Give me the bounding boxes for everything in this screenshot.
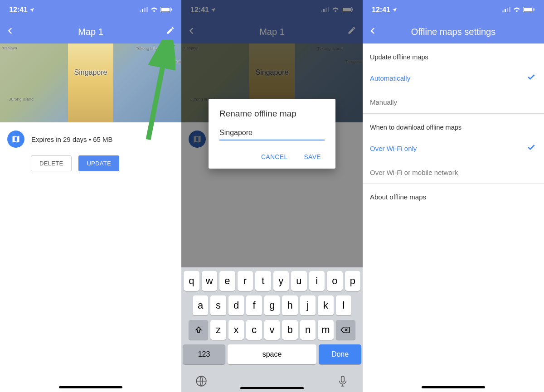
key-m[interactable]: m	[318, 320, 334, 340]
key-t[interactable]: t	[255, 271, 271, 291]
svg-rect-5	[161, 8, 170, 11]
rename-input[interactable]	[219, 127, 325, 140]
backspace-key[interactable]	[336, 320, 355, 340]
key-f[interactable]: f	[246, 295, 262, 315]
key-n[interactable]: n	[300, 320, 316, 340]
option-label: Over Wi-Fi only	[370, 145, 417, 152]
key-l[interactable]: l	[336, 295, 352, 315]
svg-rect-24	[524, 8, 532, 11]
key-g[interactable]: g	[264, 295, 280, 315]
map-meta-row: Expires in 29 days • 65 MB	[0, 122, 181, 153]
key-a[interactable]: a	[193, 295, 209, 315]
svg-rect-6	[171, 9, 172, 11]
offline-map-icon	[7, 131, 24, 148]
map-place-label: Pengerang	[165, 59, 181, 64]
map-preview[interactable]: Singapore Tekong Island 'usajaya Pengera…	[0, 44, 181, 122]
signal-icon	[140, 6, 148, 14]
space-key[interactable]: space	[228, 344, 316, 364]
edit-icon[interactable]	[166, 26, 175, 38]
cancel-button[interactable]: CANCEL	[257, 150, 291, 163]
nav-bar: Offline maps settings	[363, 20, 544, 44]
svg-rect-19	[502, 10, 504, 12]
key-u[interactable]: u	[291, 271, 307, 291]
screen-rename-dialog: 12:41 Map 1 Singapore Tekong Island	[181, 0, 363, 392]
delete-button[interactable]: DELETE	[31, 155, 72, 171]
svg-rect-20	[505, 9, 506, 12]
key-q[interactable]: q	[184, 271, 199, 291]
svg-rect-2	[144, 8, 146, 12]
status-time: 12:41	[9, 6, 28, 14]
rename-dialog: Rename offline map CANCEL SAVE	[209, 99, 335, 169]
back-icon[interactable]	[369, 26, 377, 38]
key-r[interactable]: r	[238, 271, 253, 291]
check-icon	[527, 73, 536, 84]
key-d[interactable]: d	[228, 295, 244, 315]
svg-rect-3	[146, 7, 148, 12]
key-e[interactable]: e	[219, 271, 235, 291]
option-automatically[interactable]: Automatically	[363, 65, 544, 91]
battery-icon	[523, 6, 535, 14]
nav-bar: Map 1	[0, 20, 181, 44]
done-key[interactable]: Done	[319, 344, 361, 364]
screen-offline-settings: 12:41 Offline maps settings Update offli…	[363, 0, 544, 392]
wifi-icon	[151, 6, 158, 14]
signal-icon	[502, 6, 510, 14]
key-j[interactable]: j	[300, 295, 316, 315]
map-place-label: 'usajaya	[2, 46, 17, 50]
key-y[interactable]: y	[273, 271, 289, 291]
section-header-when: When to download offline maps	[363, 114, 544, 136]
option-label: Automatically	[370, 74, 410, 82]
svg-rect-1	[142, 9, 143, 12]
svg-rect-18	[341, 376, 345, 382]
expires-label: Expires in 29 days • 65 MB	[31, 136, 113, 143]
svg-rect-25	[534, 9, 534, 11]
update-button[interactable]: UPDATE	[78, 155, 119, 171]
svg-rect-22	[509, 7, 510, 12]
key-z[interactable]: z	[210, 320, 226, 340]
map-city-label: Singapore	[74, 68, 107, 77]
option-wifi-only[interactable]: Over Wi-Fi only	[363, 136, 544, 161]
location-services-icon	[392, 7, 397, 13]
keyboard: qwertyuiop asdfghjkl zxcvbnm 123 space D…	[181, 267, 363, 392]
section-header-update: Update offline maps	[363, 44, 544, 65]
option-wifi-mobile[interactable]: Over Wi-Fi or mobile network	[363, 161, 544, 184]
dialog-title: Rename offline map	[219, 109, 325, 119]
option-manually[interactable]: Manually	[363, 91, 544, 113]
option-label: Over Wi-Fi or mobile network	[370, 169, 458, 176]
status-bar: 12:41	[0, 0, 181, 20]
key-s[interactable]: s	[210, 295, 226, 315]
key-k[interactable]: k	[318, 295, 334, 315]
page-title: Offline maps settings	[363, 27, 544, 37]
globe-icon[interactable]	[195, 375, 207, 390]
wifi-icon	[513, 6, 520, 14]
status-bar: 12:41	[363, 0, 544, 20]
key-v[interactable]: v	[264, 320, 280, 340]
status-time: 12:41	[372, 6, 390, 14]
key-h[interactable]: h	[282, 295, 298, 315]
key-x[interactable]: x	[228, 320, 244, 340]
key-o[interactable]: o	[327, 271, 343, 291]
screen-map-detail: 12:41 Map 1 Singapore Tekong Island	[0, 0, 181, 392]
check-icon	[527, 143, 536, 154]
about-offline-maps[interactable]: About offline maps	[363, 184, 544, 210]
map-place-label: Jurong Island	[9, 97, 34, 102]
home-indicator[interactable]	[59, 386, 122, 388]
key-c[interactable]: c	[246, 320, 262, 340]
numeric-key[interactable]: 123	[183, 344, 225, 364]
home-indicator[interactable]	[422, 386, 485, 388]
svg-rect-0	[140, 10, 141, 12]
svg-rect-21	[507, 8, 508, 12]
key-w[interactable]: w	[202, 271, 218, 291]
page-title: Map 1	[0, 27, 181, 37]
settings-list: Update offline maps Automatically Manual…	[363, 44, 544, 210]
shift-key[interactable]	[189, 320, 208, 340]
location-services-icon	[29, 7, 34, 13]
battery-icon	[160, 6, 172, 14]
key-i[interactable]: i	[309, 271, 325, 291]
key-p[interactable]: p	[345, 271, 361, 291]
mic-icon[interactable]	[337, 375, 349, 390]
home-indicator[interactable]	[240, 387, 304, 389]
save-button[interactable]: SAVE	[300, 150, 325, 163]
back-icon[interactable]	[6, 26, 15, 38]
key-b[interactable]: b	[282, 320, 298, 340]
